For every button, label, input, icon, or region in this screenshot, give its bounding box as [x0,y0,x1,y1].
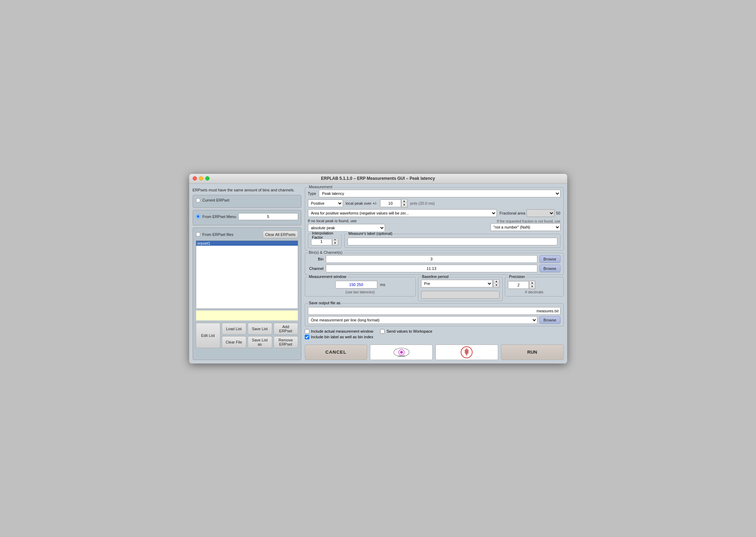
clear-all-erpsets-button[interactable]: Clear All ERPsets [263,231,298,238]
bins-channels-section: Bin(s) & Channel(s) Bin Browse Channel B… [305,253,564,275]
no-local-peak-row: If no local peak is found, use absolute … [308,219,561,232]
area-row: Area for positive waveforms (negative va… [308,209,561,217]
precision-box: Precision ▲ ▼ # decimals [505,277,564,297]
output-format-select[interactable]: One measurement per line (long format) O… [308,316,537,324]
bin-label: Bin [308,257,324,261]
channel-input[interactable] [326,265,537,272]
baseline-up[interactable]: ▲ [494,280,499,284]
precision-input[interactable] [508,281,529,289]
measurement-window-box: Measurement window ms (use two latencies… [305,277,416,297]
measures-label-heading: Measure's label (optional) [348,231,394,236]
baseline-extra-input [421,291,500,299]
pts-label: pnts (20.0 ms) [410,201,435,205]
channel-browse-button[interactable]: Browse [539,265,561,272]
bins-channels-label: Bin(s) & Channel(s) [308,250,344,254]
edit-list-button[interactable]: Edit List [196,323,220,348]
channel-label: Channel [308,266,324,271]
status-bar [196,310,298,321]
right-checkboxes: Send values to Workspace [380,329,432,340]
erpset-number-input[interactable] [238,213,298,220]
polarity-select[interactable]: Positive Negative [308,199,343,207]
output-section: Save output file as One measurement per … [305,303,564,326]
precision-stepper-btns: ▲ ▼ [529,281,535,289]
clear-file-button[interactable]: Clear File [222,336,246,348]
local-peak-input[interactable] [380,199,401,207]
close-button[interactable] [193,176,197,181]
file-list-box: erpset1 [196,240,298,309]
type-select[interactable]: Peak latency [319,190,560,197]
measurement-section: Measurement Type Peak latency Positive N… [305,187,564,251]
help-button[interactable] [435,345,498,360]
from-erpset-files-header: From ERPset files Clear All ERPsets [196,231,298,238]
channel-row: Channel Browse [308,265,561,272]
include-measurement-window-row: Include actual measurement window [305,329,373,334]
output-browse-button[interactable]: Browse [539,316,561,324]
precision-down[interactable]: ▼ [529,285,535,289]
from-erpset-files-radio[interactable] [196,232,200,237]
area-select[interactable]: Area for positive waveforms (negative va… [308,209,497,217]
measures-label-input[interactable] [348,238,557,245]
fractional-area-select[interactable] [527,209,555,217]
output-section-label: Save output file as [308,301,342,305]
bottom-buttons: CANCEL viewer RUN [305,345,564,360]
load-list-button[interactable]: Load List [222,323,246,335]
baseline-select[interactable]: Pre Post Whole None [421,280,493,287]
from-erpset-menu-row: From ERPset Menu [196,213,298,220]
info-bar: ERPsets must have the same amount of bin… [193,187,301,193]
action-buttons: Edit List Load List Save List Add ERPset… [196,323,298,348]
svg-point-5 [465,350,469,354]
type-label: Type [308,191,316,196]
send-values-checkbox[interactable] [380,329,385,334]
save-list-as-button[interactable]: Save List as [248,336,272,348]
include-measurement-window-checkbox[interactable] [305,329,309,334]
add-erpset-button[interactable]: Add ERPset [274,323,298,335]
fractional-area-row: Fractional area 50 [500,209,561,217]
local-peak-up[interactable]: ▲ [401,199,407,203]
maximize-button[interactable] [205,176,209,181]
precision-label: Precision [508,274,526,279]
from-erpset-menu-radio[interactable] [196,214,200,219]
viewer-button[interactable]: viewer [370,345,433,360]
current-erpset-row: Current ERPset [196,198,298,203]
interpolation-row: Interpolation Factor ▲ ▼ Measure's label… [308,233,561,248]
remove-erpset-button[interactable]: Remove ERPset [274,336,298,348]
from-erpset-menu-label: From ERPset Menu [202,215,236,219]
minimize-button[interactable] [199,176,203,181]
fractional-pct-label: 50 [556,211,560,215]
current-erpset-radio[interactable] [196,198,200,203]
absolute-peak-select[interactable]: absolute peak no value [308,224,385,232]
send-values-label: Send values to Workspace [386,329,432,333]
bin-input[interactable] [326,255,537,263]
if-no-local-label: If no local peak is found, use [308,219,433,223]
baseline-down[interactable]: ▼ [494,284,499,287]
output-filename-input[interactable] [308,307,561,315]
help-icon [460,346,473,359]
run-button[interactable]: RUN [501,345,564,360]
current-erpset-box: Current ERPset [193,195,301,208]
from-erpset-menu-box: From ERPset Menu [193,210,301,225]
mw-hint: (use two latencies) [308,290,413,294]
measurement-window-input[interactable] [335,281,377,288]
polarity-row: Positive Negative local peak over +/- ▲ … [308,199,561,208]
svg-point-2 [400,351,403,354]
from-erpset-files-section: From ERPset files Clear All ERPsets erps… [193,227,301,360]
include-bin-label-row: Include bin label as well as bin index [305,335,373,339]
local-peak-stepper-btns: ▲ ▼ [401,199,407,208]
save-list-button[interactable]: Save List [248,323,272,335]
from-erpset-files-row: From ERPset files [196,232,234,237]
bin-browse-button[interactable]: Browse [539,255,561,263]
interpolation-down[interactable]: ▼ [332,242,338,245]
cancel-button[interactable]: CANCEL [305,345,367,360]
include-bin-label-checkbox[interactable] [305,335,309,339]
list-item[interactable]: erpset1 [196,241,298,246]
type-row: Type Peak latency [308,190,561,197]
precision-up[interactable]: ▲ [529,281,535,285]
local-peak-down[interactable]: ▼ [401,203,407,207]
left-checkboxes: Include actual measurement window Includ… [305,329,373,340]
nan-select[interactable]: "not a number" (NaN) [490,223,561,231]
main-window: ERPLAB 5.1.1.0 – ERP Measurements GUI – … [189,174,567,363]
output-format-row: One measurement per line (long format) O… [308,316,561,324]
bin-row: Bin Browse [308,255,561,263]
local-peak-label: local peak over +/- [346,201,377,205]
right-panel: Measurement Type Peak latency Positive N… [305,187,564,360]
